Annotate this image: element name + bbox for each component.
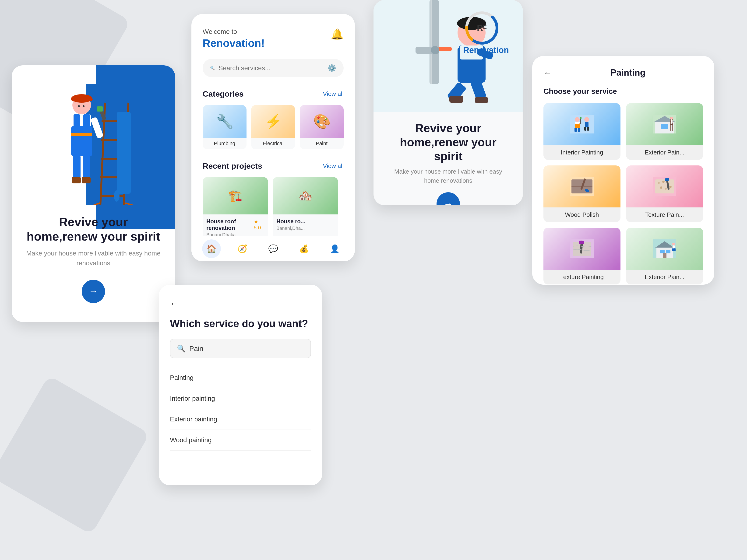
painting-back-button[interactable]: ← [543, 68, 552, 78]
category-paint[interactable]: 🎨 Paint [300, 105, 344, 149]
wood-polish-image [543, 165, 620, 208]
bell-icon[interactable]: 🔔 [331, 28, 344, 40]
svg-point-14 [83, 105, 84, 107]
home-card: Welcome to Renovation! 🔔 🔍 ⚙️ Categories… [191, 14, 355, 261]
svg-rect-61 [587, 127, 589, 131]
svg-rect-41 [449, 96, 463, 103]
svg-point-81 [658, 182, 660, 184]
search-input-icon: 🔍 [177, 344, 186, 352]
exterior-paint-2-image [626, 228, 703, 270]
service-wood-polish[interactable]: Wood Polish [543, 165, 620, 222]
nav-profile[interactable]: 👤 [326, 239, 344, 258]
search-result-exterior-painting[interactable]: Exterior painting [170, 409, 311, 430]
painting-page-title: Painting [561, 68, 695, 78]
svg-rect-18 [83, 114, 90, 133]
project-1-rating: ★ 5.0 [254, 219, 264, 231]
choose-service-label: Choose your service [543, 87, 703, 96]
search-result-wood-painting[interactable]: Wood painting [170, 430, 311, 451]
interior-painting-image [543, 103, 620, 145]
search-back-button[interactable]: ← [170, 299, 311, 309]
nav-explore[interactable]: 🧭 [233, 239, 252, 258]
onboarding-subtitle: Make your house more livable with easy h… [26, 248, 161, 268]
category-plumbing[interactable]: 🔧 Plumbing [203, 105, 247, 149]
renovation-splash-card: RE Renovation Revive your home,renew you… [374, 0, 523, 205]
search-input[interactable] [218, 64, 324, 72]
onboarding-next-button[interactable]: → [82, 280, 105, 303]
svg-rect-101 [672, 248, 674, 251]
texture-paint-1-label: Texture Pain... [626, 208, 703, 222]
category-electrical[interactable]: ⚡ Electrical [251, 105, 295, 149]
svg-point-99 [672, 243, 675, 245]
service-texture-paint-1[interactable]: Texture Pain... [626, 165, 703, 222]
svg-rect-92 [579, 241, 584, 244]
paint-image: 🎨 [300, 105, 344, 138]
categories-label: Categories [203, 89, 244, 99]
search-result-painting[interactable]: Painting [170, 368, 311, 388]
svg-rect-59 [585, 122, 589, 127]
projects-header: Recent projects View all [203, 161, 344, 170]
service-interior-painting[interactable]: Interior Painting [543, 103, 620, 160]
electrical-label: Electrical [251, 138, 295, 149]
svg-rect-22 [72, 177, 81, 183]
svg-rect-27 [57, 119, 69, 139]
project-2-image: 🏘️ [273, 177, 338, 214]
nav-home[interactable]: 🏠 [202, 239, 221, 258]
svg-rect-17 [74, 114, 80, 133]
app-name-title: Renovation! [203, 37, 344, 50]
svg-rect-26 [97, 106, 103, 111]
service-exterior-paint-2[interactable]: Exterior Pain... [626, 228, 703, 285]
project-2[interactable]: 🏘️ House ro... Banani,Dha... [273, 177, 338, 241]
svg-rect-20 [73, 155, 80, 179]
svg-rect-53 [575, 122, 579, 124]
plumbing-image: 🔧 [203, 105, 247, 138]
exterior-painting-label: Exterior Pain... [626, 145, 703, 160]
search-result-interior-painting[interactable]: Interior painting [170, 388, 311, 409]
nav-chat[interactable]: 💬 [264, 239, 282, 258]
project-2-name: House ro... [276, 218, 334, 225]
project-2-location: Banani,Dha... [276, 225, 334, 231]
onboarding-illustration [35, 84, 152, 205]
svg-text:RE: RE [477, 23, 487, 33]
projects-viewall-button[interactable]: View all [323, 162, 344, 170]
project-1-name: House roof renovation [206, 218, 254, 231]
bg-decoration-2 [0, 375, 150, 535]
onboarding-card: Revive your home,renew your spirit Make … [12, 65, 175, 322]
texture-painting-image [543, 228, 620, 270]
search-icon: 🔍 [210, 66, 215, 70]
svg-rect-69 [670, 124, 673, 125]
svg-point-85 [665, 188, 667, 190]
recent-projects-label: Recent projects [203, 161, 262, 170]
service-exterior-painting[interactable]: Exterior Pain... [626, 103, 703, 160]
categories-row: 🔧 Plumbing ⚡ Electrical 🎨 Paint [203, 105, 344, 149]
project-1-image: 🏗️ [203, 177, 268, 214]
renovation-subtitle: Make your house more livable with easy h… [387, 167, 509, 185]
renovation-brand-name: Renovation [463, 45, 509, 55]
texture-paint-1-image [626, 165, 703, 208]
search-card: ← Which service do you want? 🔍 Painting … [159, 285, 322, 485]
renovation-title: Revive your home,renew your spirit [387, 121, 509, 163]
search-question-label: Which service do you want? [170, 318, 311, 329]
filter-icon[interactable]: ⚙️ [328, 64, 336, 72]
projects-row: 🏗️ House roof renovation ★ 5.0 Banani,Dh… [203, 177, 344, 241]
svg-rect-102 [674, 248, 675, 251]
svg-rect-42 [475, 97, 488, 103]
svg-point-70 [670, 117, 673, 119]
bottom-nav: 🏠 🧭 💬 💰 👤 [191, 236, 355, 261]
svg-rect-55 [578, 128, 580, 132]
svg-rect-57 [579, 117, 582, 119]
svg-rect-19 [71, 133, 92, 136]
project-1[interactable]: 🏗️ House roof renovation ★ 5.0 Banani,Dh… [203, 177, 268, 241]
svg-rect-23 [82, 177, 91, 183]
service-texture-painting[interactable]: Texture Painting [543, 228, 620, 285]
svg-rect-96 [660, 250, 665, 254]
svg-point-58 [584, 117, 589, 122]
search-service-input[interactable] [189, 345, 304, 352]
categories-viewall-button[interactable]: View all [323, 90, 344, 98]
renovation-next-button[interactable]: → [437, 192, 460, 205]
svg-rect-32 [431, 0, 432, 84]
search-bar[interactable]: 🔍 ⚙️ [203, 59, 344, 77]
search-input-row[interactable]: 🔍 [170, 339, 311, 358]
nav-wallet[interactable]: 💰 [294, 239, 313, 258]
onboarding-text: Revive your home,renew your spirit Make … [26, 215, 161, 268]
painting-header: ← Painting [543, 68, 703, 78]
